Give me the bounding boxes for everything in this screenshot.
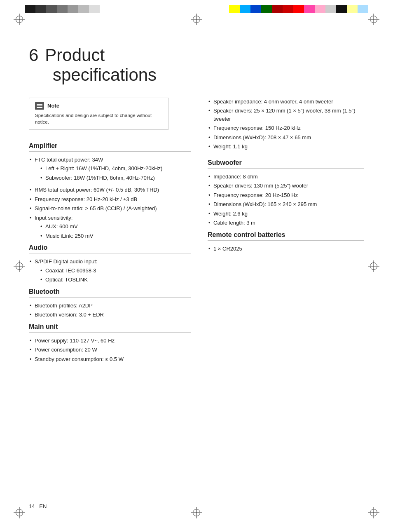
list-item: Left + Right: 16W (1%THD, 4ohm, 300Hz-20…: [35, 164, 191, 173]
main-unit-section: Main unit Power supply: 110-127 V~, 60 H…: [29, 323, 191, 363]
note-label: Note: [47, 103, 59, 109]
subwoofer-list: Impedance: 8 ohm Speaker drivers: 130 mm…: [208, 173, 364, 227]
subwoofer-section: Subwoofer Impedance: 8 ohm Speaker drive…: [208, 159, 364, 227]
list-item: Frequency response: 20 Hz-20 kHz / ±3 dB: [29, 195, 191, 204]
list-item: Speaker drivers: 130 mm (5.25") woofer: [208, 182, 364, 190]
page-title: 6Product specifications: [29, 45, 364, 85]
list-item: Dimensions (WxHxD): 708 × 47 × 65 mm: [208, 134, 364, 142]
list-item: Weight: 1.1 kg: [208, 143, 364, 151]
audio-heading: Audio: [29, 244, 191, 253]
right-column: Speaker impedance: 4 ohm woofer, 4 ohm t…: [208, 98, 364, 368]
list-item: RMS total output power: 60W (+/- 0.5 dB,…: [29, 186, 191, 194]
audio-list: S/PDIF Digital audio input: Coaxial: IEC…: [29, 258, 191, 284]
color-bars-right: [229, 5, 368, 13]
amplifier-list: FTC total output power: 34W Left + Right…: [29, 156, 191, 240]
reg-mark-top-right: [370, 16, 377, 23]
speaker-list: Speaker impedance: 4 ohm woofer, 4 ohm t…: [208, 98, 364, 151]
bluetooth-heading: Bluetooth: [29, 288, 191, 298]
chapter-number: 6: [29, 45, 38, 65]
page-footer: 14 EN: [29, 503, 47, 509]
list-item: 1 × CR2025: [208, 245, 364, 253]
list-item: Coaxial: IEC 60958-3: [35, 267, 191, 275]
note-icon: [35, 102, 44, 110]
main-unit-heading: Main unit: [29, 323, 191, 333]
note-text: Specifications and design are subject to…: [35, 112, 163, 125]
reg-mark-bottom-left: [16, 509, 23, 516]
list-item: Subwoofer: 18W (1%THD, 8ohm, 40Hz-70Hz): [35, 174, 191, 182]
list-item: Power consumption: 20 W: [29, 346, 191, 354]
list-item: Impedance: 8 ohm: [208, 173, 364, 181]
list-item: Weight: 2.6 kg: [208, 210, 364, 218]
list-item: Music iLink: 250 mV: [35, 232, 191, 240]
list-item: Frequency response: 20 Hz-150 Hz: [208, 191, 364, 199]
list-item: Power supply: 110-127 V~, 60 Hz: [29, 337, 191, 345]
list-item: Bluetooth version: 3.0 + EDR: [29, 311, 191, 319]
list-item: Bluetooth profiles: A2DP: [29, 302, 191, 310]
reg-mark-right-center: [370, 262, 377, 270]
amplifier-heading: Amplifier: [29, 142, 191, 152]
list-item: Signal-to-noise ratio: > 65 dB (CCIR) / …: [29, 204, 191, 213]
remote-batteries-list: 1 × CR2025: [208, 245, 364, 253]
amplifier-section: Amplifier FTC total output power: 34W Le…: [29, 142, 191, 240]
content-area: Note Specifications and design are subje…: [29, 98, 364, 368]
page-wrapper: 6Product specifications Note Speci: [0, 0, 393, 532]
list-item: Speaker drivers: 25 × 120 mm (1 × 5") wo…: [208, 107, 364, 123]
list-item: FTC total output power: 34W Left + Right…: [29, 156, 191, 182]
reg-mark-left-center: [16, 262, 23, 270]
reg-mark-bottom-right: [370, 509, 377, 516]
list-item: AUX: 600 mV: [35, 223, 191, 231]
page-lang: EN: [39, 503, 47, 509]
page-number: 14: [29, 503, 35, 509]
list-item: Speaker impedance: 4 ohm woofer, 4 ohm t…: [208, 98, 364, 106]
left-column: Note Specifications and design are subje…: [29, 98, 191, 368]
title-line1: Product: [45, 45, 105, 65]
bluetooth-list: Bluetooth profiles: A2DP Bluetooth versi…: [29, 302, 191, 319]
reg-mark-top-left: [16, 16, 23, 23]
title-line2: specifications: [53, 65, 157, 84]
bluetooth-section: Bluetooth Bluetooth profiles: A2DP Bluet…: [29, 288, 191, 319]
subwoofer-heading: Subwoofer: [208, 159, 364, 169]
speaker-section: Speaker impedance: 4 ohm woofer, 4 ohm t…: [208, 98, 364, 151]
list-item: Dimensions (WxHxD): 165 × 240 × 295 mm: [208, 200, 364, 209]
note-box: Note Specifications and design are subje…: [29, 98, 169, 130]
audio-section: Audio S/PDIF Digital audio input: Coaxia…: [29, 244, 191, 284]
main-unit-list: Power supply: 110-127 V~, 60 Hz Power co…: [29, 337, 191, 363]
reg-mark-top-center: [193, 16, 200, 23]
list-item: Frequency response: 150 Hz-20 kHz: [208, 124, 364, 132]
list-item: Input sensitivity: AUX: 600 mV Music iLi…: [29, 214, 191, 240]
note-header: Note: [35, 102, 163, 110]
remote-batteries-section: Remote control batteries 1 × CR2025: [208, 231, 364, 253]
reg-mark-bottom-center: [193, 509, 200, 516]
list-item: Optical: TOSLINK: [35, 276, 191, 284]
remote-batteries-heading: Remote control batteries: [208, 231, 364, 241]
list-item: Cable length: 3 m: [208, 219, 364, 227]
color-bars-left: [25, 5, 100, 13]
list-item: S/PDIF Digital audio input: Coaxial: IEC…: [29, 258, 191, 284]
list-item: Standby power consumption: ≤ 0.5 W: [29, 355, 191, 363]
